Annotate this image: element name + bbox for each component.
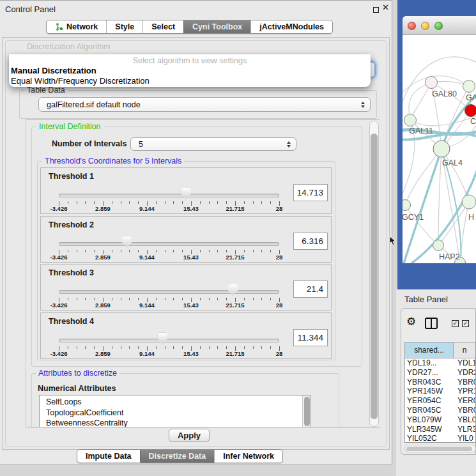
table-row[interactable]: YBR043CYBR0 bbox=[405, 378, 475, 387]
network-node-c[interactable] bbox=[465, 105, 476, 117]
slider-track[interactable] bbox=[59, 194, 279, 197]
network-canvas[interactable]: GAL80GACGAL11GAL4GCY1HHAP2 bbox=[403, 35, 476, 263]
table-row[interactable]: YBL079WYBL0 bbox=[405, 415, 475, 425]
slider-track[interactable] bbox=[59, 339, 279, 342]
table-data-combobox[interactable]: galFiltered.sif default node bbox=[38, 97, 371, 112]
table-row[interactable]: YDR27...YDR2 bbox=[405, 368, 475, 378]
tick-mark bbox=[138, 346, 139, 349]
tab-label: Style bbox=[115, 20, 134, 33]
table-panel: Table Panel ⚙ ✓ ✓ shared... n YDL19...YD… bbox=[396, 289, 476, 476]
threshold-label: Threshold 1 bbox=[49, 172, 94, 181]
checkbox-icon[interactable]: ✓ bbox=[462, 320, 469, 327]
tab-discretize-data[interactable]: Discretize Data bbox=[140, 450, 215, 463]
tab-style[interactable]: Style bbox=[106, 20, 142, 33]
network-node-ga[interactable] bbox=[463, 81, 475, 93]
numerical-attributes-list[interactable]: SelfLoopsTopologicalCoefficientBetweenne… bbox=[39, 395, 311, 427]
tick-mark bbox=[270, 346, 271, 349]
network-node-gal11[interactable] bbox=[404, 114, 417, 127]
threshold-row: Threshold 4-3.4262.8599.14415.4321.71528… bbox=[40, 312, 332, 359]
settings-scrollbar[interactable] bbox=[369, 121, 379, 427]
tick-label: 9.144 bbox=[132, 302, 162, 309]
algorithm-option-equal-width-frequency-discretization[interactable]: Equal Width/Frequency Discretization bbox=[9, 76, 371, 86]
scrollbar-thumb[interactable] bbox=[371, 134, 378, 419]
slider-thumb[interactable] bbox=[181, 188, 191, 199]
slider-track[interactable] bbox=[59, 290, 279, 294]
cell-name: YBL0 bbox=[454, 415, 475, 425]
network-node-h[interactable] bbox=[462, 195, 476, 209]
tick-label: 28 bbox=[264, 350, 295, 357]
float-window-icon[interactable] bbox=[373, 7, 379, 13]
network-node-gal80[interactable] bbox=[426, 77, 438, 89]
algorithm-hint-item[interactable]: Select algorithm to view settings bbox=[9, 56, 371, 66]
node-label: HAP2 bbox=[439, 252, 460, 261]
node-attribute-table[interactable]: shared... n YDL19...YDL1YDR27...YDR2YBR0… bbox=[404, 342, 476, 443]
algorithm-option-manual-discretization[interactable]: Manual Discretization bbox=[9, 66, 371, 76]
table-row[interactable]: YDL19...YDL1 bbox=[405, 358, 475, 368]
apply-button[interactable]: Apply bbox=[169, 429, 210, 442]
combo-spinner-icon bbox=[361, 102, 365, 108]
list-item[interactable]: TopologicalCoefficient bbox=[40, 408, 311, 418]
threshold-label: Threshold 4 bbox=[49, 317, 94, 326]
slider-track[interactable] bbox=[59, 242, 279, 246]
threshold-value-field[interactable]: 21.4 bbox=[293, 280, 328, 298]
tab-infer-network[interactable]: Infer Network bbox=[214, 450, 282, 463]
tick-mark bbox=[261, 201, 262, 204]
table-horizontal-scrollbar[interactable] bbox=[404, 445, 476, 452]
zoom-traffic-light-icon[interactable] bbox=[434, 22, 443, 30]
node-label: GAL11 bbox=[409, 127, 433, 135]
split-view-icon[interactable] bbox=[425, 318, 438, 329]
table-row[interactable]: YIL052CYIL0 bbox=[405, 434, 475, 443]
tick-mark bbox=[112, 298, 112, 300]
tab-cyni-toolbox[interactable]: Cyni Toolbox bbox=[183, 20, 250, 33]
tick-mark bbox=[200, 201, 201, 204]
tab-network[interactable]: Network bbox=[47, 20, 106, 33]
tick-mark bbox=[68, 346, 68, 349]
tab-impute-data[interactable]: Impute Data bbox=[77, 450, 140, 463]
checkbox-icon[interactable]: ✓ bbox=[452, 320, 459, 327]
list-item[interactable]: BetweennessCentrality bbox=[40, 418, 311, 427]
tab-select[interactable]: Select bbox=[142, 20, 183, 33]
network-node-hap2[interactable] bbox=[433, 240, 444, 251]
network-window-titlebar[interactable] bbox=[403, 16, 476, 35]
list-item[interactable]: SelfLoops bbox=[40, 397, 311, 408]
slider-thumb[interactable] bbox=[228, 284, 238, 296]
table-row[interactable]: YLR345WYLR3 bbox=[405, 425, 475, 434]
close-icon[interactable]: ✕ bbox=[382, 3, 389, 12]
table-row[interactable]: YPR145WYPR1 bbox=[405, 387, 475, 396]
cell-shared-name: YDR27... bbox=[405, 368, 454, 378]
tick-label: 2.859 bbox=[88, 254, 118, 261]
threshold-value-field[interactable]: 11.344 bbox=[293, 329, 328, 346]
list-scrollbar[interactable] bbox=[302, 395, 311, 427]
column-header-name[interactable]: n bbox=[454, 342, 475, 358]
number-of-intervals-combobox[interactable]: 5 bbox=[130, 137, 296, 151]
tick-mark bbox=[94, 298, 95, 300]
tick-mark bbox=[165, 201, 165, 204]
tick-mark bbox=[121, 346, 121, 349]
column-header-shared-name[interactable]: shared... bbox=[405, 342, 454, 358]
cell-shared-name: YBL079W bbox=[405, 415, 454, 425]
tick-mark bbox=[226, 346, 227, 349]
scrollbar-thumb[interactable] bbox=[406, 447, 472, 451]
threshold-value-field[interactable]: 14.713 bbox=[293, 184, 328, 201]
slider-thumb[interactable] bbox=[158, 333, 167, 344]
node-label: H bbox=[468, 213, 474, 222]
tick-mark bbox=[94, 346, 95, 349]
threshold-rows: Threshold 1-3.4262.8599.14415.4321.71528… bbox=[37, 161, 335, 360]
combo-spinner-icon bbox=[287, 141, 291, 148]
numerical-attributes-label: Numerical Attributes bbox=[38, 384, 116, 393]
tick-mark bbox=[138, 250, 139, 252]
slider-thumb[interactable] bbox=[122, 236, 132, 248]
tick-label: 9.144 bbox=[132, 350, 162, 357]
tick-mark bbox=[85, 250, 86, 252]
network-node-gcy1[interactable] bbox=[403, 200, 411, 211]
tick-mark bbox=[253, 250, 254, 252]
minimize-traffic-light-icon[interactable] bbox=[421, 22, 429, 30]
settings-gear-icon[interactable]: ⚙ bbox=[406, 316, 416, 327]
tick-label: -3.426 bbox=[43, 350, 74, 357]
threshold-value-field[interactable]: 6.316 bbox=[293, 233, 328, 250]
tab-jactivemnodules[interactable]: jActiveMNodules bbox=[250, 20, 332, 33]
table-row[interactable]: YBR045CYBR0 bbox=[405, 406, 475, 415]
close-traffic-light-icon[interactable] bbox=[408, 22, 416, 30]
table-row[interactable]: YER054CYER0 bbox=[405, 396, 475, 406]
network-node-gal4[interactable] bbox=[433, 141, 450, 157]
